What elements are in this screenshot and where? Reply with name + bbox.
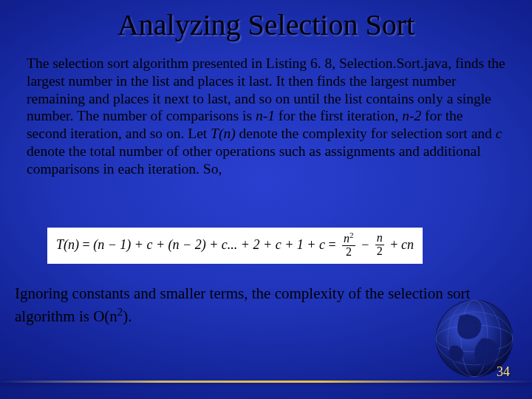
num2: n [375,232,384,245]
slide: Analyzing Selection Sort The selection s… [0,0,532,399]
tail: cn [401,237,414,252]
body-paragraph-2: Ignoring constants and smaller terms, th… [15,282,517,328]
num1: n [344,232,349,245]
formula-lhs: T(n) [56,237,79,252]
num1-sup: 2 [349,231,354,239]
text: Ignoring constants and smaller terms, th… [15,284,470,325]
decorative-underline [0,381,532,383]
text: for the first iteration, [275,108,402,123]
eq2: = [325,237,339,252]
formula-sum: (n − 1) + c + (n − 2) + c... + 2 + c + 1… [93,237,325,252]
frac-1: n22 [342,231,355,259]
text: denote the total number of other operati… [27,143,481,177]
den1: 2 [342,246,355,259]
eq: = [79,237,93,252]
den2: 2 [375,245,384,258]
var-Tn: T(n) [211,126,236,141]
text: denote the complexity for selection sort… [236,126,496,141]
frac-2: n2 [375,232,384,258]
formula: T(n) = (n − 1) + c + (n − 2) + c... + 2 … [47,228,423,264]
var-c: c [496,126,502,141]
text: ). [123,307,132,325]
page-number: 34 [497,364,510,380]
svg-point-1 [436,325,513,352]
var-n-1: n-1 [256,108,275,123]
slide-title: Analyzing Selection Sort [0,7,532,42]
minus: − [358,237,372,252]
body-paragraph-1: The selection sort algorithm presented i… [27,55,505,177]
plus: + [387,237,401,252]
var-n-2: n-2 [402,108,421,123]
